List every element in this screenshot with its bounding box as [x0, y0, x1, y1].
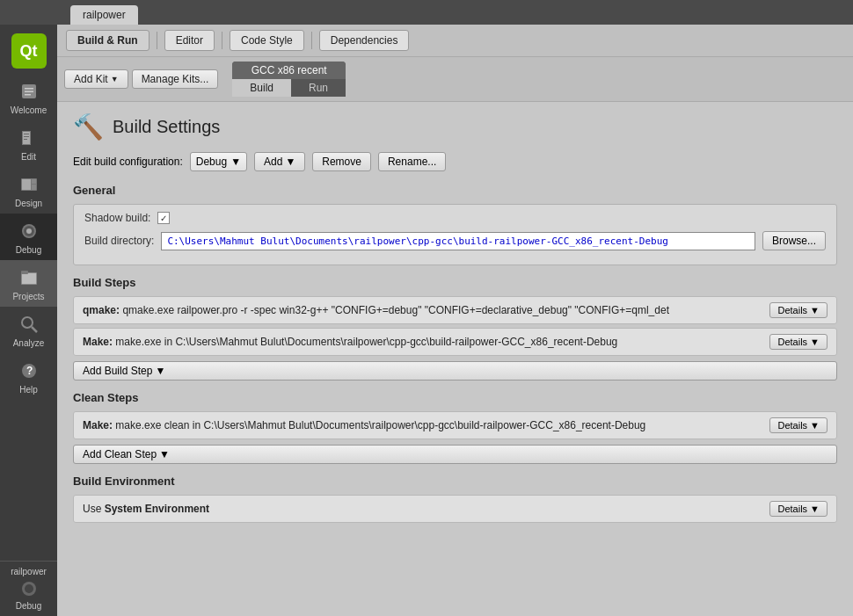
sidebar-item-label-edit: Edit	[21, 152, 36, 162]
remove-config-button[interactable]: Remove	[312, 152, 371, 171]
add-config-label: Add	[264, 156, 282, 168]
kit-area: GCC x86 recent Build Run	[232, 62, 346, 97]
sidebar-item-analyze[interactable]: Analyze	[0, 307, 57, 353]
svg-rect-2	[25, 91, 33, 93]
build-step-qmake: qmake: qmake.exe railpower.pro -r -spec …	[73, 296, 837, 324]
svg-rect-17	[22, 273, 36, 284]
projects-icon	[17, 265, 41, 290]
qmake-prefix: qmake:	[83, 304, 120, 316]
svg-text:?: ?	[26, 365, 33, 377]
sidebar-item-label-analyze: Analyze	[13, 338, 45, 348]
clean-make-step-label: Make: make.exe clean in C:\Users\Mahmut …	[83, 419, 769, 431]
config-select[interactable]: Debug ▼	[190, 152, 247, 171]
svg-point-19	[22, 317, 33, 328]
system-env-label: System Environment	[105, 503, 209, 515]
kit-box: GCC x86 recent Build Run	[232, 62, 346, 97]
shadow-build-label: Shadow build:	[84, 212, 150, 224]
kit-name: GCC x86 recent	[232, 62, 346, 79]
make-details-label: Details	[777, 337, 807, 347]
sidebar-item-welcome[interactable]: Welcome	[0, 74, 57, 120]
editor-button[interactable]: Editor	[164, 30, 215, 51]
config-row: Edit build configuration: Debug ▼ Add ▼ …	[73, 152, 837, 171]
qmake-details-label: Details	[777, 305, 807, 315]
sidebar-item-debug[interactable]: Debug	[0, 214, 57, 260]
make-step-label: Make: make.exe in C:\Users\Mahmut Bulut\…	[83, 336, 769, 348]
design-icon	[17, 172, 41, 197]
qmake-details-button[interactable]: Details ▼	[769, 302, 827, 318]
shadow-build-row: Shadow build: ✓	[84, 212, 826, 224]
bottom-debug-icon[interactable]	[17, 576, 41, 601]
add-config-button[interactable]: Add ▼	[254, 152, 305, 171]
sidebar-item-projects[interactable]: Projects	[0, 260, 57, 307]
build-dir-label: Build directory:	[84, 235, 154, 247]
manage-kits-button[interactable]: Manage Kits...	[132, 69, 219, 89]
hammer-icon: 🔨	[73, 112, 104, 141]
make-details-button[interactable]: Details ▼	[769, 334, 827, 350]
sidebar-item-label-help: Help	[19, 385, 38, 395]
svg-rect-6	[24, 134, 29, 134]
content-area: Build & Run Editor Code Style Dependenci…	[57, 25, 853, 616]
main-toolbar: Build & Run Editor Code Style Dependenci…	[57, 25, 853, 57]
sidebar-item-design[interactable]: Design	[0, 167, 57, 214]
build-env-label: Use System Environment	[83, 503, 769, 515]
build-steps-section-title: Build Steps	[73, 276, 837, 289]
add-kit-arrow-icon: ▼	[111, 75, 119, 83]
kit-run-tab[interactable]: Run	[291, 79, 346, 97]
build-env-details-arrow-icon: ▼	[810, 504, 820, 514]
sidebar-item-label-design: Design	[15, 199, 42, 208]
add-clean-step-button[interactable]: Add Clean Step ▼	[73, 445, 837, 464]
svg-line-20	[32, 327, 37, 332]
build-env-details-button[interactable]: Details ▼	[769, 501, 827, 517]
browse-button[interactable]: Browse...	[762, 231, 826, 250]
clean-make-text: make.exe clean in C:\Users\Mahmut Bulut\…	[115, 419, 645, 431]
separator-1	[157, 32, 157, 49]
tab-bar: railpower	[0, 0, 853, 25]
clean-details-button[interactable]: Details ▼	[769, 417, 827, 433]
code-style-button[interactable]: Code Style	[230, 30, 304, 51]
add-clean-step-label: Add Clean Step	[83, 448, 157, 460]
svg-rect-7	[24, 136, 29, 137]
general-section-title: General	[73, 184, 837, 197]
clean-details-arrow-icon: ▼	[810, 420, 820, 431]
clean-make-prefix: Make:	[83, 419, 113, 431]
svg-rect-3	[25, 94, 31, 96]
make-text: make.exe in C:\Users\Mahmut Bulut\Docume…	[115, 336, 617, 348]
kit-build-tab[interactable]: Build	[232, 79, 291, 97]
add-build-step-button[interactable]: Add Build Step ▼	[73, 361, 837, 380]
bottom-project-label: railpower	[11, 567, 47, 576]
add-kit-button[interactable]: Add Kit ▼	[64, 69, 128, 89]
qmake-text: qmake.exe railpower.pro -r -spec win32-g…	[122, 304, 669, 316]
shadow-build-checkbox[interactable]: ✓	[157, 212, 170, 224]
page-title: Build Settings	[113, 117, 220, 137]
svg-rect-18	[21, 271, 28, 274]
qmake-details-arrow-icon: ▼	[810, 305, 820, 315]
debug-icon	[17, 219, 41, 243]
use-label: Use	[83, 503, 101, 515]
svg-point-24	[25, 584, 33, 593]
build-dir-input[interactable]	[161, 232, 755, 250]
make-prefix: Make:	[83, 336, 113, 348]
svg-rect-12	[32, 185, 36, 190]
build-env-details-label: Details	[777, 504, 807, 514]
general-panel: Shadow build: ✓ Build directory: Browse.…	[73, 204, 837, 265]
build-run-button[interactable]: Build & Run	[66, 30, 149, 51]
qt-logo: Qt	[11, 33, 47, 69]
add-kit-label: Add Kit	[74, 73, 108, 85]
add-clean-step-arrow-icon: ▼	[159, 448, 170, 460]
sidebar-item-help[interactable]: ? Help	[0, 353, 57, 400]
main-layout: Qt Welcome Edit Design Debug	[0, 25, 853, 616]
config-select-arrow-icon: ▼	[230, 156, 241, 168]
sidebar-item-label-projects: Projects	[12, 292, 44, 301]
page-header: 🔨 Build Settings	[73, 112, 837, 141]
dependencies-button[interactable]: Dependencies	[319, 30, 410, 51]
help-icon: ?	[17, 359, 41, 383]
build-step-make: Make: make.exe in C:\Users\Mahmut Bulut\…	[73, 328, 837, 356]
rename-config-button[interactable]: Rename...	[378, 152, 446, 171]
railpower-tab[interactable]: railpower	[70, 5, 138, 25]
build-environment-section-title: Build Environment	[73, 475, 837, 488]
sidebar-item-edit[interactable]: Edit	[0, 120, 57, 167]
sidebar-item-label-welcome: Welcome	[11, 105, 47, 115]
svg-rect-10	[22, 179, 31, 190]
svg-rect-1	[25, 88, 33, 90]
main-scroll-area: 🔨 Build Settings Edit build configuratio…	[57, 102, 853, 616]
